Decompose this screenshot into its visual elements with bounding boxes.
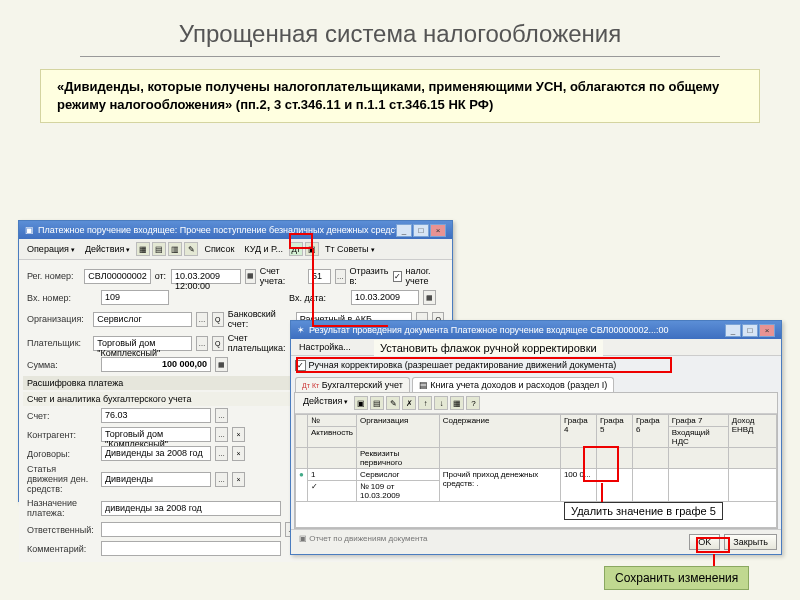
divider — [80, 56, 720, 57]
cell-req[interactable]: № 109 от 10.03.2009 — [357, 481, 440, 502]
tb-icon-d[interactable]: ✗ — [402, 396, 416, 410]
cell-g7[interactable] — [668, 469, 728, 502]
clear-icon[interactable]: × — [232, 446, 245, 461]
th-nds: Входящий НДС — [668, 427, 728, 448]
th-g4: Графа 4 — [560, 415, 596, 448]
subtoolbar: Действия▾ ▣ ▤ ✎ ✗ ↑ ↓ ▦ ? — [295, 393, 777, 414]
settings-link[interactable]: Настройка... — [295, 342, 355, 352]
inp-contr[interactable]: Торговый дом "Комплексный" — [101, 427, 211, 442]
inp-from[interactable]: 10.03.2009 12:00:00 — [171, 269, 241, 284]
tb-kud[interactable]: КУД и Р... — [240, 244, 287, 254]
table-row[interactable]: ● 1 Сервислог Прочий приход денежных сре… — [296, 469, 777, 481]
search-icon[interactable]: Q — [212, 312, 224, 327]
lbl-regnum: Рег. номер: — [27, 271, 80, 281]
tb-icon-down[interactable]: ↓ — [434, 396, 448, 410]
inp-innum[interactable]: 109 — [101, 290, 169, 305]
report-link[interactable]: Отчет по движениям документа — [309, 534, 427, 543]
tb-icon-up[interactable]: ↑ — [418, 396, 432, 410]
tab-book[interactable]: ▤ Книга учета доходов и расходов (раздел… — [412, 377, 615, 392]
tb-icon-dt[interactable]: Дт — [289, 242, 303, 256]
close-button[interactable]: × — [759, 324, 775, 337]
inp-comment[interactable] — [101, 541, 281, 556]
inp-payer[interactable]: Торговый дом "Комплексный" — [93, 336, 192, 351]
th-org: Организация — [357, 415, 440, 448]
tb-icon-c[interactable]: ✎ — [386, 396, 400, 410]
cell-g6[interactable] — [632, 469, 668, 502]
ellipsis-button[interactable]: … — [196, 312, 208, 327]
cell-cont[interactable]: Прочий приход денежных средств: . — [439, 469, 560, 502]
tb-icon-4[interactable]: ✎ — [184, 242, 198, 256]
lbl-from: от: — [155, 271, 167, 281]
ellipsis-button[interactable]: … — [215, 472, 228, 487]
th-cont: Содержание — [439, 415, 560, 448]
date-picker-icon[interactable]: ▦ — [245, 269, 255, 284]
date-picker-icon[interactable]: ▦ — [423, 290, 436, 305]
inp-dog[interactable]: Дивиденды за 2008 год — [101, 446, 211, 461]
annotation-set-flag: Установить флажок ручной корректировки — [374, 340, 603, 356]
tb-icon-e[interactable]: ▦ — [450, 396, 464, 410]
manual-correction-row: Ручная корректировка (разрешает редактир… — [291, 356, 781, 375]
lbl-nazn: Назначение платежа: — [27, 499, 97, 519]
menu-actions2[interactable]: Действия▾ — [299, 396, 352, 410]
menu-operation[interactable]: Операция▾ — [23, 244, 79, 254]
red-line-3 — [601, 483, 603, 502]
ellipsis-button[interactable]: … — [215, 408, 228, 423]
red-line-2 — [312, 325, 388, 327]
tb-tips[interactable]: Тт Советы▾ — [321, 244, 379, 254]
window2-titlebar[interactable]: ✶ Результат проведения документа Платежн… — [291, 321, 781, 339]
cell-check[interactable]: ✓ — [308, 481, 357, 502]
tb-icon-1[interactable]: ▦ — [136, 242, 150, 256]
inp-regnum[interactable]: СВЛ00000002 — [84, 269, 150, 284]
lbl-resp: Ответственный: — [27, 525, 97, 535]
menu-actions[interactable]: Действия▾ — [81, 244, 134, 254]
th-g5: Графа 5 — [596, 415, 632, 448]
ellipsis-button[interactable]: … — [215, 427, 228, 442]
report-icon: ▣ — [299, 534, 307, 543]
inp-amount[interactable]: 100 000,00 — [101, 357, 211, 372]
inp-resp[interactable] — [101, 522, 281, 537]
tb-icon-2[interactable]: ▤ — [152, 242, 166, 256]
ellipsis-button[interactable]: … — [196, 336, 208, 351]
inp-schet[interactable]: 76.03 — [101, 408, 211, 423]
calc-icon[interactable]: ▦ — [215, 357, 228, 372]
ellipsis-button[interactable]: … — [215, 446, 228, 461]
chk-manual[interactable] — [295, 360, 306, 371]
cell-envd[interactable] — [728, 469, 776, 502]
lbl-payeracct: Счет плательщика: — [228, 333, 292, 353]
maximize-button[interactable]: □ — [742, 324, 758, 337]
cell-g4[interactable]: 100 0... — [560, 469, 596, 502]
inp-statdv[interactable]: Дивиденды — [101, 472, 211, 487]
lbl-dog: Договоры: — [27, 449, 97, 459]
minimize-button[interactable]: _ — [396, 224, 412, 237]
tb-icon-a[interactable]: ▣ — [354, 396, 368, 410]
th-num: № — [308, 415, 357, 427]
inp-indate[interactable]: 10.03.2009 — [351, 290, 419, 305]
inp-nazn[interactable]: дивиденды за 2008 год — [101, 501, 281, 516]
tb-list[interactable]: Список — [200, 244, 238, 254]
tb-icon-3[interactable]: ▥ — [168, 242, 182, 256]
close-button-footer[interactable]: Закрыть — [724, 534, 777, 550]
cell-org[interactable]: Сервислог — [357, 469, 440, 481]
cell-num[interactable]: 1 — [308, 469, 357, 481]
close-button[interactable]: × — [430, 224, 446, 237]
lbl-org: Организация: — [27, 314, 89, 324]
tb-icon-help[interactable]: ? — [466, 396, 480, 410]
tab-bu[interactable]: Дт Кт Бухгалтерский учет — [295, 377, 410, 392]
tb-icon-b[interactable]: ▤ — [370, 396, 384, 410]
search-icon[interactable]: Q — [212, 336, 224, 351]
annotation-del-col5: Удалить значение в графе 5 — [564, 502, 723, 520]
window1-titlebar[interactable]: ▣ Платежное поручение входящее: Прочее п… — [19, 221, 452, 239]
chk-taxacct[interactable] — [393, 271, 402, 282]
clear-icon[interactable]: × — [232, 472, 245, 487]
lbl-schet: Счет: — [27, 411, 97, 421]
minimize-button[interactable]: _ — [725, 324, 741, 337]
ok-button[interactable]: OK — [689, 534, 720, 550]
book-icon: ▤ — [419, 380, 428, 390]
maximize-button[interactable]: □ — [413, 224, 429, 237]
row-marker: ● — [296, 469, 308, 502]
slide-title: Упрощенная система налогообложения — [0, 0, 800, 56]
clear-icon[interactable]: × — [232, 427, 245, 442]
ellipsis-button[interactable]: … — [335, 269, 345, 284]
inp-org[interactable]: Сервислог — [93, 312, 192, 327]
lbl-payer: Плательщик: — [27, 338, 89, 348]
